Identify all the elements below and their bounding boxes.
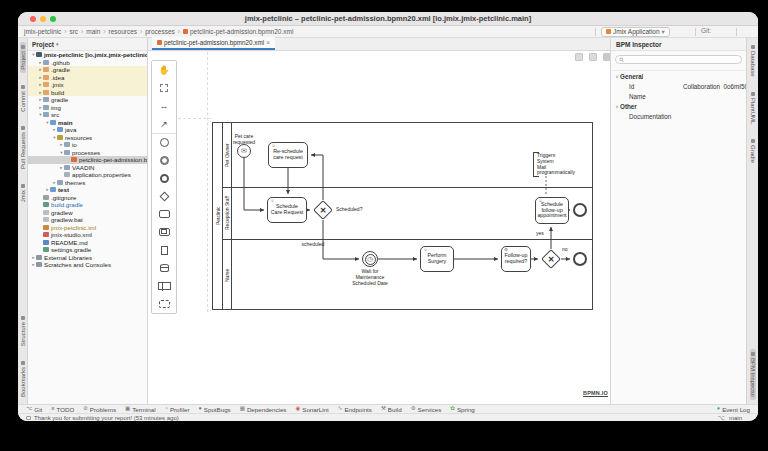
- toolwindow-jmix[interactable]: Jmix: [20, 181, 26, 205]
- problems-toolwindow[interactable]: ⊘Problems: [83, 406, 116, 413]
- end-event[interactable]: [573, 203, 587, 217]
- breadcrumb-item[interactable]: processes: [137, 28, 175, 35]
- tree-row[interactable]: ▸ .github: [28, 59, 147, 67]
- task-schedule-care-request[interactable]: ☺ Schedule Care Request: [267, 197, 307, 223]
- tree-row[interactable]: ▸ .idea: [28, 74, 147, 82]
- create-intermediate-event[interactable]: [152, 151, 176, 169]
- spotbugs-toolwindow[interactable]: ●SpotBugs: [199, 406, 231, 413]
- profiler-toolwindow[interactable]: ◔Profiler: [165, 406, 190, 413]
- services-toolwindow[interactable]: ⚙Services: [411, 406, 442, 413]
- inspector-row[interactable]: Id Collaboration_0o6mI50: [611, 81, 746, 91]
- space-tool[interactable]: [152, 97, 176, 115]
- endpoints-toolwindow[interactable]: ∿Endpoints: [338, 406, 372, 413]
- tree-row[interactable]: ▸ Scratches and Consoles: [28, 261, 147, 269]
- run-configuration-select[interactable]: Jmix Application ▾: [601, 27, 670, 37]
- toolwindow-bpm-inspector[interactable]: BPM Inspector: [750, 349, 756, 400]
- chevron-down-icon[interactable]: ▾: [56, 41, 59, 47]
- toolwindow-commit[interactable]: Commit: [20, 82, 26, 115]
- inspector-row[interactable]: Documentation: [611, 111, 746, 121]
- toolwindow-gradle[interactable]: Gradle: [750, 136, 756, 166]
- create-data-object[interactable]: [152, 241, 176, 259]
- create-data-store[interactable]: [152, 259, 176, 277]
- git-toolwindow[interactable]: ⌥Git: [26, 406, 42, 413]
- start-event[interactable]: ✉: [237, 144, 251, 158]
- create-task[interactable]: [152, 205, 176, 223]
- inspector-row[interactable]: ∨ Other: [611, 101, 746, 111]
- breadcrumb-item[interactable]: petclinic-pet-admission.bpmn20.xml: [175, 28, 294, 35]
- tree-row[interactable]: application.properties: [28, 171, 147, 179]
- task-reschedule-care-request[interactable]: ☺ Re-schedule care request: [268, 142, 308, 168]
- tree-row[interactable]: ▸ img: [28, 104, 147, 112]
- canvas-tool-button[interactable]: [575, 53, 583, 61]
- inspector-search-input[interactable]: ⚲: [615, 55, 742, 64]
- lane-label[interactable]: Pet Owner: [222, 123, 231, 187]
- todo-toolwindow[interactable]: ≡TODO: [51, 406, 74, 413]
- create-end-event[interactable]: [152, 169, 176, 187]
- project-panel-title[interactable]: Project: [32, 41, 54, 48]
- create-gateway[interactable]: [152, 187, 176, 205]
- hand-tool[interactable]: [152, 61, 176, 79]
- inspector-row[interactable]: ∨ General: [611, 71, 746, 81]
- tree-row[interactable]: petclinic-pet-admission.bpmn20.xml: [28, 156, 147, 164]
- notification-balloon-icon[interactable]: [26, 416, 31, 420]
- tree-row[interactable]: jmix-studio.xml: [28, 231, 147, 239]
- toolwindow-pull-requests[interactable]: Pull Requests: [20, 123, 26, 172]
- close-tab-icon[interactable]: ×: [266, 39, 270, 46]
- toolwindow-bookmarks[interactable]: Bookmarks: [20, 358, 26, 400]
- tree-row[interactable]: ▾ resources: [28, 134, 147, 142]
- breadcrumb-item[interactable]: src: [61, 28, 78, 35]
- tree-row[interactable]: ▸ .gradle: [28, 66, 147, 74]
- task-follow-up-required[interactable]: ⚙ Follow-up required?: [501, 246, 531, 272]
- tree-row[interactable]: gradlew.bat: [28, 216, 147, 224]
- create-group[interactable]: [152, 295, 176, 313]
- tree-row[interactable]: ▸ VAADIN: [28, 164, 147, 172]
- title-bar[interactable]: jmix-petclinic – petclinic-pet-admission…: [18, 12, 758, 26]
- tree-row[interactable]: settings.gradle: [28, 246, 147, 254]
- create-subprocess[interactable]: [152, 223, 176, 241]
- sonarlint-toolwindow[interactable]: ◉SonarLint: [295, 406, 328, 413]
- breadcrumb-item[interactable]: jmix-petclinic: [24, 28, 61, 35]
- tree-row[interactable]: .gitignore: [28, 194, 147, 202]
- git-branch-name[interactable]: main: [729, 415, 742, 421]
- lane-label[interactable]: Reception Staff: [222, 187, 231, 239]
- create-start-event[interactable]: [152, 133, 176, 151]
- tree-row[interactable]: ▸ themes: [28, 179, 147, 187]
- breadcrumb-item[interactable]: resources: [100, 28, 137, 35]
- canvas-tool-button[interactable]: [603, 53, 610, 61]
- tree-row[interactable]: ▸ gradle: [28, 96, 147, 104]
- tree-row[interactable]: ▾ processes: [28, 149, 147, 157]
- spring-toolwindow[interactable]: ✿Spring: [450, 406, 475, 413]
- dependencies-toolwindow[interactable]: ▦Dependencies: [240, 406, 287, 413]
- tree-row[interactable]: ▾ src: [28, 111, 147, 119]
- text-annotation[interactable]: Triggers System Mail programmatically: [533, 152, 563, 177]
- tree-row[interactable]: ▾ main: [28, 119, 147, 127]
- bpmn-io-watermark[interactable]: BPMN.IO: [583, 390, 608, 397]
- toolwindow-database[interactable]: Database: [750, 42, 756, 80]
- breadcrumb-item[interactable]: main: [78, 28, 100, 35]
- lane-label[interactable]: Nurse: [222, 239, 231, 311]
- bpmn-canvas[interactable]: Petclinic Pet Owner Reception Staff Nurs…: [148, 51, 610, 404]
- create-participant[interactable]: [152, 277, 176, 295]
- terminal-toolwindow[interactable]: ▣Terminal: [125, 406, 156, 413]
- pool-label[interactable]: Petclinic: [213, 123, 222, 309]
- build-toolwindow[interactable]: ⚒Build: [381, 406, 402, 413]
- editor-tab[interactable]: petclinic-pet-admission.bpmn20.xml ×: [152, 37, 275, 50]
- global-connect-tool[interactable]: [152, 115, 176, 133]
- task-perform-surgery[interactable]: ☺ Perform Surgery: [420, 246, 454, 272]
- tree-row[interactable]: README.md: [28, 239, 147, 247]
- canvas-tool-button[interactable]: [589, 53, 597, 61]
- toolwindow-plantuml[interactable]: PlantUML: [750, 89, 756, 127]
- tree-row[interactable]: jmix-petclinic.iml: [28, 224, 147, 232]
- event-log[interactable]: ● Event Log: [717, 406, 750, 413]
- toolwindow-structure[interactable]: Structure: [20, 313, 26, 349]
- tree-row[interactable]: ▾ jmix-petclinic [io.jmix.jmix-petclinic…: [28, 51, 147, 59]
- tree-row[interactable]: ▸ io: [28, 141, 147, 149]
- tree-row[interactable]: ▸ .jmix: [28, 81, 147, 89]
- timer-event-wait[interactable]: ◷: [362, 251, 378, 267]
- inspector-row[interactable]: Name: [611, 91, 746, 101]
- tree-row[interactable]: ▸ test: [28, 186, 147, 194]
- tree-row[interactable]: gradlew: [28, 209, 147, 217]
- tree-row[interactable]: ▸ java: [28, 126, 147, 134]
- toolwindow-project[interactable]: Project: [20, 42, 26, 73]
- end-event[interactable]: [573, 252, 587, 266]
